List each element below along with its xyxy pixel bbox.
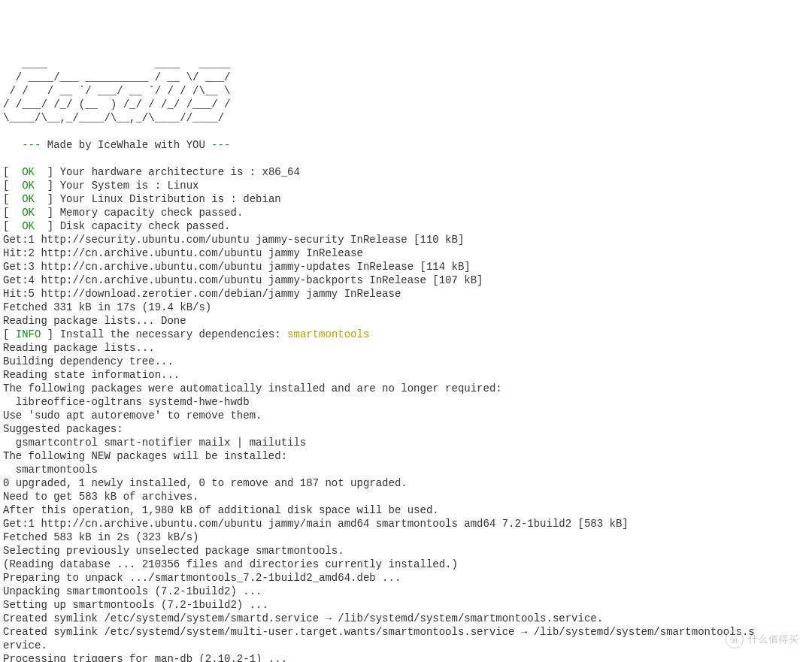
apt-line: Suggested packages: — [3, 423, 123, 435]
ok-badge: OK — [22, 220, 35, 232]
apt-line: Use 'sudo apt autoremove' to remove them… — [3, 410, 262, 422]
apt-line: Get:1 http://cn.archive.ubuntu.com/ubunt… — [3, 518, 629, 530]
apt-line: Created symlink /etc/systemd/system/smar… — [3, 612, 603, 624]
apt-line: Reading package lists... — [3, 342, 155, 354]
check-line: [ OK ] Memory capacity check passed. — [3, 207, 243, 219]
watermark-badge: 值 — [726, 630, 744, 648]
apt-line: Reading state information... — [3, 369, 180, 381]
apt-line: (Reading database ... 210356 files and d… — [3, 558, 458, 570]
apt-line: smartmontools — [3, 464, 98, 476]
tagline: Made by IceWhale with YOU — [47, 139, 205, 151]
ok-badge: OK — [22, 207, 35, 219]
apt-line: Preparing to unpack .../smartmontools_7.… — [3, 572, 401, 584]
apt-line: Setting up smartmontools (7.2-1build2) .… — [3, 599, 268, 611]
check-text: Disk capacity check passed. — [60, 220, 231, 232]
info-badge: INFO — [16, 328, 41, 340]
ok-badge: OK — [22, 166, 35, 178]
check-text: Memory capacity check passed. — [60, 207, 244, 219]
package-name: smartmontools — [287, 328, 369, 340]
apt-line: After this operation, 1,980 kB of additi… — [3, 504, 439, 516]
watermark-text: 什么值得买 — [748, 633, 799, 646]
ok-badge: OK — [22, 180, 35, 192]
apt-line: Building dependency tree... — [3, 355, 174, 367]
tagline-prefix: --- — [3, 139, 47, 151]
info-text: Install the necessary dependencies: — [60, 328, 287, 340]
ascii-logo: ____ ____ _____ / ____/___ __________ / … — [3, 58, 230, 124]
apt-line: Created symlink /etc/systemd/system/mult… — [3, 626, 755, 638]
check-line: [ OK ] Your hardware architecture is : x… — [3, 166, 300, 178]
watermark: 值 什么值得买 — [726, 630, 799, 648]
check-text: Your hardware architecture is : x86_64 — [60, 166, 300, 178]
info-line: [ INFO ] Install the necessary dependenc… — [3, 328, 369, 340]
apt-line: Get:3 http://cn.archive.ubuntu.com/ubunt… — [3, 261, 471, 273]
apt-line: The following packages were automaticall… — [3, 382, 502, 394]
apt-line: Hit:5 http://download.zerotier.com/debia… — [3, 288, 401, 300]
apt-line: 0 upgraded, 1 newly installed, 0 to remo… — [3, 477, 408, 489]
apt-line: Get:4 http://cn.archive.ubuntu.com/ubunt… — [3, 274, 483, 286]
check-line: [ OK ] Your System is : Linux — [3, 180, 198, 192]
apt-line: Need to get 583 kB of archives. — [3, 491, 198, 503]
apt-line: Get:1 http://security.ubuntu.com/ubuntu … — [3, 234, 464, 246]
apt-line: Hit:2 http://cn.archive.ubuntu.com/ubunt… — [3, 247, 363, 259]
check-line: [ OK ] Your Linux Distribution is : debi… — [3, 193, 281, 205]
apt-line: Reading package lists... Done — [3, 315, 186, 327]
apt-line: Unpacking smartmontools (7.2-1build2) ..… — [3, 585, 262, 597]
apt-line: Processing triggers for man-db (2.10.2-1… — [3, 653, 287, 662]
ok-badge: OK — [22, 193, 35, 205]
apt-line: The following NEW packages will be insta… — [3, 450, 287, 462]
check-text: Your System is : Linux — [60, 180, 199, 192]
apt-line: libreoffice-ogltrans systemd-hwe-hwdb — [3, 396, 250, 408]
apt-line: ervice. — [3, 639, 47, 651]
apt-line: gsmartcontrol smart-notifier mailx | mai… — [3, 437, 306, 449]
check-text: Your Linux Distribution is : debian — [60, 193, 281, 205]
tagline-suffix: --- — [205, 139, 231, 151]
apt-line: Fetched 331 kB in 17s (19.4 kB/s) — [3, 301, 211, 313]
check-line: [ OK ] Disk capacity check passed. — [3, 220, 230, 232]
apt-line: Fetched 583 kB in 2s (323 kB/s) — [3, 531, 198, 543]
apt-line: Selecting previously unselected package … — [3, 545, 344, 557]
